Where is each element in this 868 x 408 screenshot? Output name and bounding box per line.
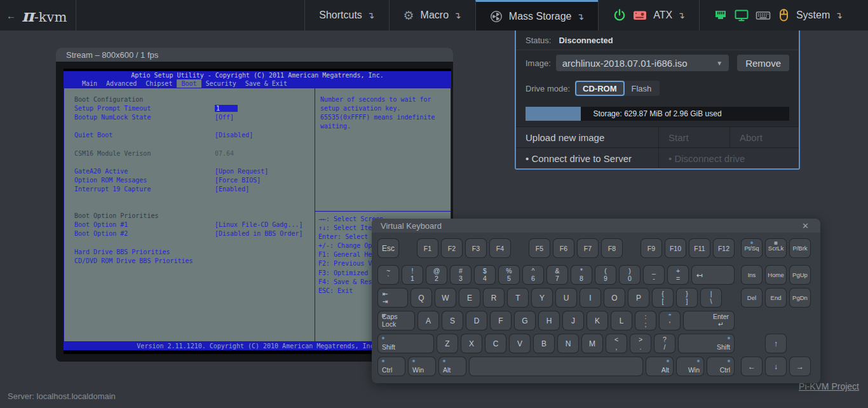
key-alt-right[interactable]: Alt <box>646 357 673 376</box>
key-7[interactable]: &7 <box>547 266 567 284</box>
connect-drive-button[interactable]: • Connect drive to Server <box>516 148 659 168</box>
key-win-left[interactable]: Win <box>409 357 435 376</box>
key-p[interactable]: P <box>628 289 649 307</box>
key-ctrl-left[interactable]: Ctrl <box>378 357 405 376</box>
key-shift-left[interactable]: Shift <box>378 334 433 353</box>
menu-system[interactable]: System ↴ <box>699 0 868 31</box>
key-insert[interactable]: Ins <box>742 266 762 284</box>
key-e[interactable]: E <box>459 289 480 307</box>
key-f4[interactable]: F4 <box>490 239 510 257</box>
mode-flash-button[interactable]: Flash <box>623 81 660 96</box>
key-o[interactable]: O <box>604 289 625 307</box>
key-scrolllock[interactable]: ScrLk <box>766 239 786 257</box>
key-q[interactable]: Q <box>411 289 431 307</box>
key-end[interactable]: End <box>766 289 786 307</box>
key-win-right[interactable]: Win <box>677 357 703 376</box>
key-pageup[interactable]: PgUp <box>790 266 810 284</box>
key-1[interactable]: !1 <box>402 266 423 284</box>
menu-mass-storage[interactable]: Mass Storage ↴ <box>475 0 598 31</box>
key-2[interactable]: @2 <box>426 266 447 284</box>
menu-atx[interactable]: ATX ↴ <box>598 0 699 31</box>
key-comma[interactable]: <, <box>606 334 627 353</box>
key-x[interactable]: X <box>461 334 482 353</box>
key-k[interactable]: K <box>587 311 607 330</box>
key-esc[interactable]: Esc <box>378 239 398 257</box>
key-f2[interactable]: F2 <box>442 239 462 257</box>
key-f12[interactable]: F12 <box>714 239 734 257</box>
key-f10[interactable]: F10 <box>665 239 686 257</box>
key-minus[interactable]: _- <box>644 266 664 284</box>
key-f[interactable]: F <box>491 311 511 330</box>
key-semicolon[interactable]: :; <box>635 311 656 330</box>
key-5[interactable]: %5 <box>499 266 519 284</box>
stream-window-titlebar[interactable]: Stream – 800x600 / 1 fps <box>56 48 453 62</box>
key-f9[interactable]: F9 <box>641 239 661 257</box>
remove-image-button[interactable]: Remove <box>737 55 789 71</box>
menu-shortcuts[interactable]: Shortcuts ↴ <box>304 0 388 31</box>
menu-macro[interactable]: ⚙ Macro ↴ <box>389 0 475 31</box>
key-v[interactable]: V <box>510 334 530 353</box>
key-ctrl-right[interactable]: Ctrl <box>707 357 734 376</box>
key-b[interactable]: B <box>534 334 554 353</box>
key-l[interactable]: L <box>611 311 632 330</box>
key-f5[interactable]: F5 <box>529 239 550 257</box>
key-9[interactable]: (9 <box>595 266 616 284</box>
back-arrow-icon[interactable]: ← <box>6 10 16 21</box>
key-quote[interactable]: "' <box>660 311 680 330</box>
key-r[interactable]: R <box>484 289 504 307</box>
key-capslock[interactable]: Caps Lock <box>378 311 414 330</box>
key-bracket-close[interactable]: }] <box>677 289 697 307</box>
key-j[interactable]: J <box>563 311 583 330</box>
key-enter[interactable]: Enter↵ <box>684 311 734 330</box>
key-f7[interactable]: F7 <box>578 239 598 257</box>
key-n[interactable]: N <box>558 334 578 353</box>
key-pagedown[interactable]: PgDn <box>790 289 810 307</box>
key-home[interactable]: Home <box>766 266 786 284</box>
key-c[interactable]: C <box>485 334 506 353</box>
key-space[interactable] <box>470 357 642 376</box>
key-bracket-open[interactable]: {[ <box>653 289 673 307</box>
key-i[interactable]: I <box>580 289 600 307</box>
keyboard-titlebar[interactable]: Virtual Keyboard ✕ <box>372 219 820 233</box>
key-f3[interactable]: F3 <box>466 239 486 257</box>
key-z[interactable]: Z <box>437 334 458 353</box>
close-icon[interactable]: ✕ <box>799 221 811 231</box>
key-m[interactable]: M <box>582 334 602 353</box>
key-equals[interactable]: += <box>668 266 688 284</box>
key-backspace[interactable]: ↤ <box>692 266 734 284</box>
key-d[interactable]: D <box>466 311 487 330</box>
key-alt-left[interactable]: Alt <box>439 357 466 376</box>
key-s[interactable]: S <box>442 311 463 330</box>
key-delete[interactable]: Del <box>742 289 762 307</box>
key-y[interactable]: Y <box>532 289 552 307</box>
key-f11[interactable]: F11 <box>689 239 710 257</box>
key-pause[interactable]: P/Brk <box>790 239 810 257</box>
key-8[interactable]: *8 <box>571 266 592 284</box>
key-3[interactable]: #3 <box>451 266 471 284</box>
key-f6[interactable]: F6 <box>553 239 574 257</box>
key-h[interactable]: H <box>539 311 559 330</box>
key-f8[interactable]: F8 <box>602 239 622 257</box>
key-6[interactable]: ^6 <box>523 266 543 284</box>
key-period[interactable]: >. <box>630 334 651 353</box>
key-0[interactable]: )0 <box>620 266 640 284</box>
key-arrow-left[interactable]: ← <box>742 357 762 376</box>
key-a[interactable]: A <box>418 311 438 330</box>
key-t[interactable]: T <box>508 289 528 307</box>
key-shift-right[interactable]: Shift <box>679 334 734 353</box>
key-u[interactable]: U <box>556 289 576 307</box>
key-f1[interactable]: F1 <box>417 239 438 257</box>
key-arrow-down[interactable]: ↓ <box>766 357 786 376</box>
key-grave[interactable]: ~` <box>378 266 398 284</box>
key-4[interactable]: $4 <box>475 266 495 284</box>
key-arrow-up[interactable]: ↑ <box>766 334 786 353</box>
key-printscreen[interactable]: Pt/Sq <box>742 239 762 257</box>
key-g[interactable]: G <box>515 311 535 330</box>
key-arrow-right[interactable]: → <box>790 357 810 376</box>
key-w[interactable]: W <box>435 289 456 307</box>
key-tab[interactable]: ⇤⇥ <box>378 289 407 307</box>
key-slash[interactable]: ?/ <box>654 334 675 353</box>
key-backslash[interactable]: |\ <box>701 289 721 307</box>
mode-cdrom-button[interactable]: CD-ROM <box>575 81 624 96</box>
upload-new-image-button[interactable]: Upload new image <box>516 127 659 147</box>
